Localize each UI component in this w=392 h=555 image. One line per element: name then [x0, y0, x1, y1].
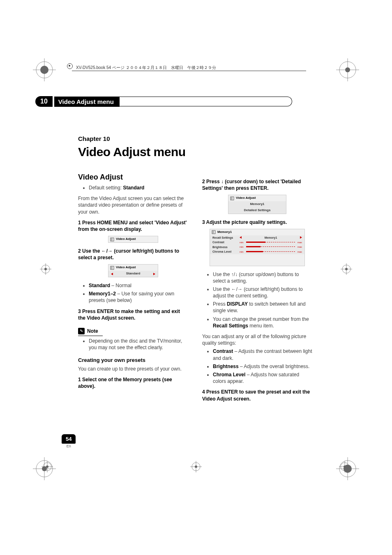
quality-brightness: Brightness – Adjusts the overall brightn…	[213, 363, 312, 370]
subsection-intro: You can create up to three presets of yo…	[78, 366, 188, 372]
quality-intro: You can adjust any or all of the followi…	[202, 333, 312, 346]
alignment-mark-bc	[190, 461, 202, 473]
alignment-mark-bl2	[41, 461, 53, 473]
hint-display: Press DISPLAY to switch between full and…	[213, 301, 312, 314]
chapter-title: Video Adjust menu	[78, 144, 188, 161]
hint-recall: You can change the preset number from th…	[213, 316, 312, 329]
right-step-4: 4 Press ENTER to save the preset and exi…	[202, 389, 312, 402]
section-tab: 10 Video Adjust menu	[35, 96, 292, 107]
alignment-mark-ml	[39, 263, 52, 275]
preset-standard: Standard – Normal	[89, 282, 188, 289]
right-column: 2 Press ↓ (cursor down) to select 'Detai…	[202, 135, 312, 405]
arrow-right-icon	[300, 236, 302, 239]
arrow-left-icon	[111, 273, 113, 275]
right-step-3: 3 Adjust the picture quality settings.	[202, 219, 312, 226]
note-icon: ✎	[78, 328, 85, 334]
print-header: XV-DV525.book 54 ページ ２００４年２月１８日 水曜日 午後２時…	[72, 65, 306, 71]
intro-text: From the Video Adjust screen you can sel…	[78, 195, 188, 215]
hint-cursor-leftright: Use the ←/→ (cursor left/right) buttons …	[213, 286, 312, 299]
crop-mark-tr	[335, 58, 360, 82]
alignment-mark-mr	[340, 263, 353, 275]
osd-panel-video-adjust-2: Video Adjust Standard	[108, 264, 158, 277]
row-recall: Recall Settings Memory1	[210, 235, 304, 240]
document-icon	[212, 230, 216, 234]
document-icon	[110, 237, 114, 242]
chapter-label: Chapter 10	[78, 135, 188, 143]
default-setting-line: Default setting: Standard	[89, 184, 188, 191]
subsection-heading: Creating your own presets	[78, 357, 188, 364]
row-brightness: Brightness min max	[210, 245, 304, 249]
document-icon	[110, 266, 114, 270]
row-chroma: Chroma Level min max	[210, 249, 304, 254]
preset-memory: Memory1–2 – Use for saving your own pres…	[89, 290, 188, 304]
alignment-mark-br2	[339, 461, 351, 473]
crop-mark-tl	[32, 58, 57, 82]
note-text: Depending on the disc and the TV/monitor…	[89, 338, 188, 351]
page-number: 54 En	[62, 434, 76, 448]
osd-panel-memory: Video Adjust Memory1 Detailed Settings	[228, 195, 286, 214]
arrow-left-icon	[240, 236, 242, 239]
content-columns: Chapter 10 Video Adjust menu Video Adjus…	[78, 135, 312, 405]
note-header: ✎ Note	[78, 328, 103, 336]
step-2: 2 Use the ←/→ (cursor left/right) button…	[78, 248, 188, 261]
section-number: 10	[35, 96, 53, 107]
quality-chroma: Chroma Level – Adjusts how saturated col…	[213, 371, 312, 385]
step-1: 1 Press HOME MENU and select 'Video Adju…	[78, 219, 188, 233]
section-tab-trail	[119, 97, 292, 106]
row-contrast: Contrast min max	[210, 240, 304, 244]
right-step-2: 2 Press ↓ (cursor down) to select 'Detai…	[202, 178, 312, 191]
quality-contrast: Contrast – Adjusts the contrast between …	[213, 348, 312, 361]
left-column: Chapter 10 Video Adjust menu Video Adjus…	[78, 135, 188, 405]
section-heading: Video Adjust	[78, 172, 188, 182]
sub-step-1: 1 Select one of the Memory presets (see …	[78, 376, 188, 389]
step-3: 3 Press ENTER to make the setting and ex…	[78, 308, 188, 321]
hint-cursor-updown: Use the ↑/↓ (cursor up/down) buttons to …	[213, 271, 312, 284]
osd-panel-video-adjust-1: Video Adjust	[108, 236, 158, 243]
document-icon	[230, 196, 234, 200]
page: XV-DV525.book 54 ページ ２００４年２月１８日 水曜日 午後２時…	[0, 0, 392, 555]
osd-panel-sliders: Memory1 Recall Settings Memory1 Contrast…	[210, 229, 305, 266]
arrow-right-icon	[153, 273, 155, 275]
section-label: Video Adjust menu	[54, 97, 120, 107]
